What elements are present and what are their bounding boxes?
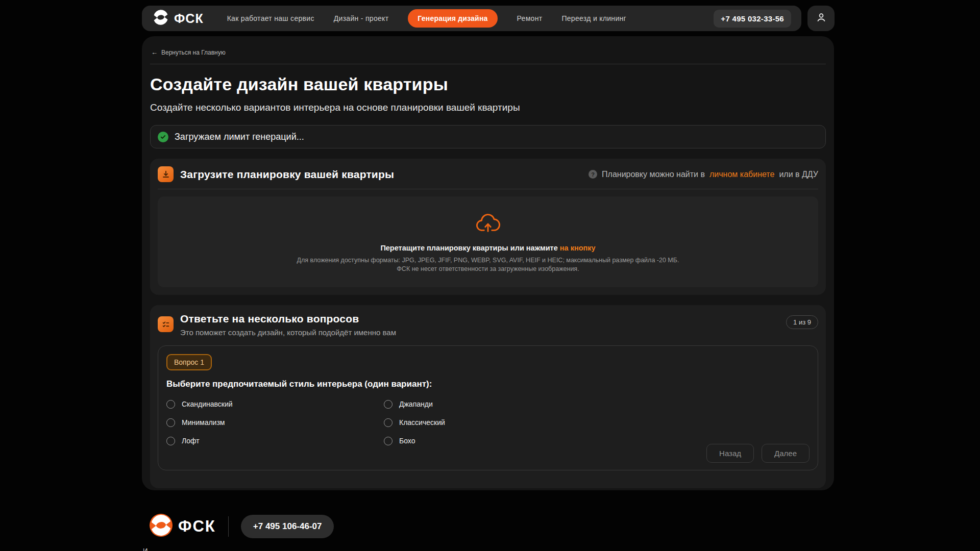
fsk-logo-icon: [149, 513, 173, 539]
radio-icon[interactable]: [384, 418, 393, 427]
footer-phone[interactable]: +7 495 106-46-07: [241, 515, 334, 538]
question-number-badge: Вопрос 1: [166, 354, 212, 370]
nav-item-moving[interactable]: Переезд и клининг: [561, 14, 626, 22]
nav-item-repair[interactable]: Ремонт: [517, 14, 543, 22]
progress-badge: 1 из 9: [786, 315, 818, 329]
user-icon: [815, 11, 827, 26]
back-link[interactable]: ← Вернуться на Главную: [151, 48, 226, 56]
footer-logo-text: ФСК: [178, 517, 216, 536]
nav-item-design-project[interactable]: Дизайн - проект: [334, 14, 389, 22]
footer: ФСК +7 495 106-46-07: [149, 513, 334, 539]
success-check-icon: [158, 132, 168, 142]
footer-partial-text: И: [143, 547, 148, 551]
footer-logo[interactable]: ФСК: [149, 513, 216, 539]
upload-title: Загрузите планировку вашей квартиры: [180, 168, 394, 181]
questions-title: Ответьте на несколько вопросов: [180, 313, 396, 325]
option-loft[interactable]: Лофт: [166, 437, 200, 445]
option-label: Бохо: [399, 437, 415, 445]
options-group: Скандинавский Минимализм Лофт Джапанди: [166, 395, 810, 450]
drop-text: Перетащите планировку квартиры или нажми…: [380, 244, 557, 252]
option-boho[interactable]: Бохо: [384, 437, 415, 445]
option-label: Лофт: [182, 437, 200, 445]
formats-text: Для вложения доступны форматы: JPG, JPEG…: [297, 257, 679, 264]
upload-hint: ? Планировку можно найти в личном кабине…: [589, 170, 818, 179]
next-button[interactable]: Далее: [762, 444, 810, 463]
questions-section: Ответьте на несколько вопросов Это помож…: [150, 305, 826, 488]
hint-link-personal-account[interactable]: личном кабинете: [709, 170, 774, 179]
nav-logo-text: ФСК: [174, 11, 204, 26]
radio-icon[interactable]: [166, 400, 175, 409]
nav-logo[interactable]: ФСК: [152, 9, 204, 28]
option-minimalism[interactable]: Минимализм: [166, 418, 225, 427]
download-icon: [158, 166, 174, 182]
question-card: Вопрос 1 Выберите предпочитаемый стиль и…: [158, 345, 818, 470]
disclaimer-text: ФСК не несет ответственности за загружен…: [397, 265, 579, 272]
page-subtitle: Создайте несколько вариантов интерьера н…: [150, 102, 826, 113]
question-mark-icon: ?: [589, 170, 597, 179]
back-link-label: Вернуться на Главную: [161, 49, 226, 56]
back-button[interactable]: Назад: [706, 444, 754, 463]
radio-icon[interactable]: [384, 437, 393, 445]
divider: [228, 516, 229, 537]
questions-subtitle: Это поможет создать дизайн, который подо…: [180, 328, 396, 337]
radio-icon[interactable]: [384, 400, 393, 409]
radio-icon[interactable]: [166, 437, 175, 445]
checklist-icon: [158, 316, 174, 332]
drop-instruction: Перетащите планировку квартиры или нажми…: [380, 244, 595, 252]
cloud-upload-icon: [475, 211, 501, 237]
page-title: Создайте дизайн вашей квартиры: [150, 74, 826, 94]
status-banner: Загружаем лимит генераций...: [150, 125, 826, 148]
question-text: Выберите предпочитаемый стиль интерьера …: [166, 379, 810, 389]
upload-section: Загрузите планировку вашей квартиры ? Пл…: [150, 159, 826, 295]
divider: [150, 64, 826, 64]
arrow-left-icon: ←: [151, 48, 158, 56]
nav-phone[interactable]: +7 495 032-33-56: [714, 10, 791, 28]
nav-menu: Как работает наш сервис Дизайн - проект …: [227, 9, 626, 28]
hint-suffix: или в ДДУ: [779, 170, 818, 179]
option-label: Скандинавский: [182, 400, 233, 408]
nav-item-how-it-works[interactable]: Как работает наш сервис: [227, 14, 314, 22]
option-label: Классический: [399, 418, 445, 427]
drop-link-button[interactable]: на кнопку: [560, 244, 596, 252]
fsk-logo-icon: [152, 9, 169, 28]
navbar: ФСК Как работает наш сервис Дизайн - про…: [142, 6, 801, 31]
radio-icon[interactable]: [166, 418, 175, 427]
option-classic[interactable]: Классический: [384, 418, 445, 427]
main-card: ← Вернуться на Главную Создайте дизайн в…: [142, 36, 834, 490]
option-label: Джапанди: [399, 400, 433, 408]
status-message: Загружаем лимит генераций...: [175, 132, 304, 142]
page: ФСК Как работает наш сервис Дизайн - про…: [0, 0, 980, 551]
nav-button-generation[interactable]: Генерация дизайна: [408, 9, 497, 28]
hint-prefix: Планировку можно найти в: [602, 170, 705, 179]
upload-dropzone[interactable]: Перетащите планировку квартиры или нажми…: [158, 196, 818, 287]
option-japandi[interactable]: Джапанди: [384, 400, 433, 409]
option-scandinavian[interactable]: Скандинавский: [166, 400, 233, 409]
divider: [158, 189, 818, 189]
profile-button[interactable]: [807, 6, 835, 31]
option-label: Минимализм: [182, 418, 225, 427]
